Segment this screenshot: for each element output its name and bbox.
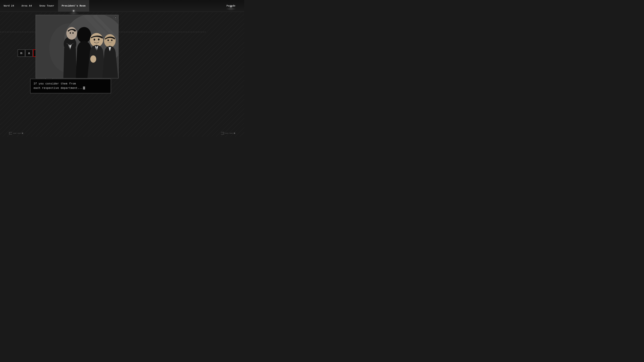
tab-area-a4-label: Area A4 <box>22 4 32 7</box>
tab-area-a4[interactable]: Area A4 <box>18 0 36 11</box>
portrait-panel: ✕ <box>36 15 118 78</box>
deco-dash-3 <box>225 133 228 133</box>
svg-point-15 <box>108 39 109 41</box>
svg-point-13 <box>90 55 96 63</box>
game-area: m a r b l o d e <box>0 12 244 137</box>
deco-bracket-left <box>9 132 12 134</box>
tab-presidents-room-label: President's Room <box>62 4 86 7</box>
cell-a-letter: a <box>28 51 30 55</box>
tab-presidents-room[interactable]: President's Room <box>58 0 89 11</box>
parade-spotlight <box>226 7 236 10</box>
tab-spotlight <box>68 11 79 15</box>
svg-point-12 <box>98 38 100 40</box>
cell-m-letter: m <box>20 51 22 55</box>
corner-decoration-left <box>9 132 23 134</box>
cell-a[interactable]: a <box>25 49 33 57</box>
cell-m[interactable]: m <box>18 49 25 57</box>
deco-square-1 <box>22 133 23 134</box>
portrait-svg <box>36 15 118 78</box>
tab-ward-24-label: Ward 24 <box>4 4 14 7</box>
dialogue-cursor <box>83 86 85 89</box>
portrait-canvas <box>36 15 118 78</box>
deco-dash-1 <box>13 133 16 133</box>
dialogue-box[interactable]: If you consider them from each respectiv… <box>30 79 111 93</box>
dialogue-text: If you consider them from each respectiv… <box>34 82 108 90</box>
tab-parade[interactable]: Parade <box>223 4 239 7</box>
deco-dash-2 <box>18 133 21 133</box>
nav-tabs-container: Ward 24 Area A4 Snow Tower President's R… <box>0 0 89 11</box>
deco-square-2 <box>234 133 235 134</box>
tab-parade-label: Parade <box>226 4 236 7</box>
svg-point-16 <box>111 39 112 41</box>
svg-point-7 <box>70 32 71 34</box>
dialogue-line1: If you consider them from <box>34 82 76 85</box>
close-button[interactable]: ✕ <box>114 16 118 19</box>
tab-snow-tower[interactable]: Snow Tower <box>36 0 58 11</box>
svg-point-14 <box>104 34 116 47</box>
dialogue-line2: each respective department... <box>34 87 83 90</box>
svg-point-9 <box>77 27 91 43</box>
svg-point-11 <box>94 39 95 41</box>
close-icon: ✕ <box>115 16 116 19</box>
nav-right-section: Parade <box>218 4 244 7</box>
svg-point-10 <box>90 33 103 47</box>
tab-snow-tower-label: Snow Tower <box>40 4 54 7</box>
corner-decoration-right <box>221 132 235 134</box>
svg-point-8 <box>72 32 74 34</box>
deco-dash-4 <box>230 133 233 133</box>
svg-point-6 <box>66 27 77 39</box>
deco-bracket-right-open <box>221 132 224 134</box>
tab-ward-24[interactable]: Ward 24 <box>0 0 18 11</box>
top-navigation: Ward 24 Area A4 Snow Tower President's R… <box>0 0 244 12</box>
